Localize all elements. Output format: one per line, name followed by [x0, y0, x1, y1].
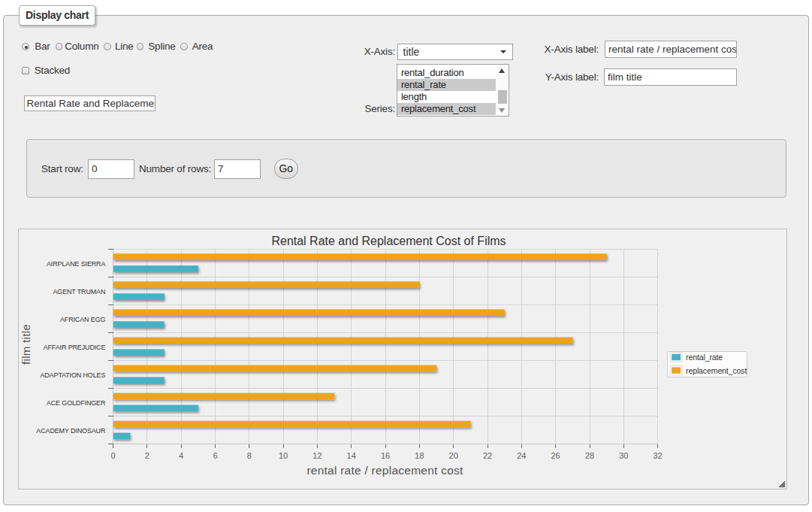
- svg-text:20: 20: [449, 451, 458, 460]
- svg-text:ACE GOLDFINGER: ACE GOLDFINGER: [47, 399, 106, 407]
- svg-text:Rental Rate and Replacement Co: Rental Rate and Replacement Cost of Film…: [271, 235, 506, 247]
- svg-text:AFFAIR PREJUDICE: AFFAIR PREJUDICE: [44, 344, 106, 351]
- svg-text:10: 10: [279, 451, 288, 460]
- svg-text:12: 12: [312, 451, 321, 460]
- svg-text:AIRPLANE SIERRA: AIRPLANE SIERRA: [47, 260, 105, 268]
- svg-text:14: 14: [347, 451, 356, 460]
- svg-text:18: 18: [415, 451, 424, 460]
- svg-text:AGENT TRUMAN: AGENT TRUMAN: [53, 288, 105, 295]
- svg-text:30: 30: [619, 451, 628, 460]
- svg-text:6: 6: [213, 451, 217, 460]
- svg-text:26: 26: [551, 451, 560, 460]
- svg-text:24: 24: [517, 451, 526, 460]
- svg-text:rental_rate: rental_rate: [686, 353, 723, 362]
- svg-text:ACADEMY DINOSAUR: ACADEMY DINOSAUR: [36, 427, 106, 435]
- svg-text:rental rate / replacement cost: rental rate / replacement cost: [306, 464, 463, 477]
- svg-text:28: 28: [585, 451, 594, 460]
- svg-text:4: 4: [179, 451, 183, 460]
- svg-text:8: 8: [247, 451, 252, 460]
- svg-text:replacement_cost: replacement_cost: [686, 366, 747, 375]
- svg-text:22: 22: [483, 451, 492, 460]
- svg-text:32: 32: [653, 451, 662, 460]
- svg-text:0: 0: [110, 451, 115, 460]
- svg-text:16: 16: [381, 451, 390, 460]
- svg-text:AFRICAN EGG: AFRICAN EGG: [60, 316, 106, 323]
- svg-text:ADAPTATION HOLES: ADAPTATION HOLES: [41, 371, 106, 379]
- svg-text:2: 2: [145, 451, 149, 460]
- svg-text:film title: film title: [20, 324, 32, 365]
